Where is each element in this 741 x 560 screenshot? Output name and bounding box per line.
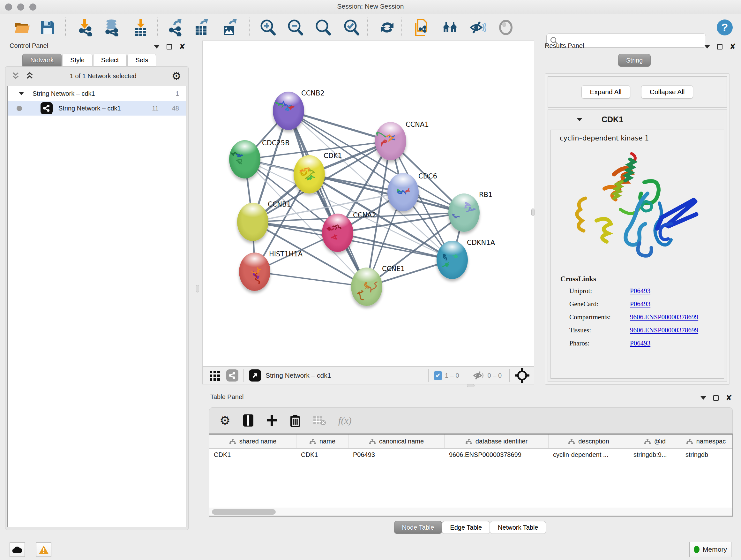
column-header-canonical-name[interactable]: canonical name: [348, 435, 445, 448]
network-share-icon[interactable]: [226, 369, 239, 381]
import-table-icon: [133, 18, 149, 37]
tab-string[interactable]: String: [618, 54, 651, 67]
column-header--id[interactable]: @id: [629, 435, 681, 448]
zoom-in-button[interactable]: [259, 19, 276, 36]
import-network-from-database-button[interactable]: [103, 19, 120, 36]
table-cell[interactable]: stringdb:9...: [629, 449, 681, 462]
bottom-splitter-handle[interactable]: [467, 384, 475, 387]
tab-style[interactable]: Style: [62, 54, 92, 66]
table-panel-menu-caret[interactable]: [700, 396, 706, 400]
expand-all-icon[interactable]: [25, 72, 35, 80]
tab-select[interactable]: Select: [93, 54, 127, 66]
left-splitter-handle[interactable]: [196, 285, 199, 293]
table-cell[interactable]: cyclin-dependent ...: [549, 449, 629, 462]
crosslink-value-link[interactable]: 9606.ENSP00000378699: [630, 326, 698, 334]
table-cell[interactable]: CDK1: [209, 449, 296, 462]
collapse-all-button[interactable]: Collapse All: [641, 85, 693, 99]
export-network-button[interactable]: [167, 19, 185, 36]
node-CDC6[interactable]: [387, 173, 419, 211]
table-panel-close-icon[interactable]: ✘: [726, 395, 732, 401]
expand-all-button[interactable]: Expand All: [582, 85, 630, 99]
zoom-fit-button[interactable]: [314, 19, 332, 36]
table-row[interactable]: CDK1CDK1P064939606.ENSP00000378699cyclin…: [209, 449, 732, 462]
collection-expand-caret[interactable]: [19, 92, 23, 95]
save-session-button[interactable]: [39, 19, 56, 36]
node-HIST1H1A[interactable]: [239, 253, 270, 291]
export-image-button[interactable]: [221, 19, 239, 36]
column-header-name[interactable]: name: [296, 435, 348, 448]
add-column-icon[interactable]: [266, 415, 278, 427]
column-type-icon: [369, 438, 376, 445]
node-CCNE1[interactable]: [351, 267, 382, 306]
node-CCNB2[interactable]: [273, 91, 304, 130]
table-options-gear-icon[interactable]: ⚙: [219, 414, 230, 428]
first-neighbors-button[interactable]: [442, 19, 459, 36]
tab-edge-table[interactable]: Edge Table: [442, 521, 490, 534]
cloud-services-button[interactable]: [10, 543, 25, 557]
protein-thumbnail: [273, 91, 304, 130]
node-RB1[interactable]: [448, 193, 480, 232]
import-table-button[interactable]: [132, 19, 149, 36]
network-options-gear-icon[interactable]: ⚙: [172, 70, 181, 82]
node-CCNB1[interactable]: [237, 203, 268, 241]
column-header-database-identifier[interactable]: database identifier: [445, 435, 549, 448]
clone-network-button[interactable]: [413, 19, 430, 36]
warnings-button[interactable]: [36, 543, 51, 557]
table-cell[interactable]: P06493: [348, 449, 445, 462]
hide-selected-button[interactable]: [469, 19, 486, 36]
scrollbar-thumb[interactable]: [212, 509, 276, 515]
table-cell[interactable]: CDK1: [296, 449, 348, 462]
control-panel-close-icon[interactable]: ✘: [179, 44, 185, 50]
selected-checkbox-icon[interactable]: ✔: [434, 371, 442, 380]
tab-network[interactable]: Network: [22, 54, 62, 66]
results-panel-menu-caret[interactable]: [704, 45, 710, 49]
navigator-crosshair-icon[interactable]: [515, 368, 529, 383]
table-panel-float-icon[interactable]: [713, 395, 719, 401]
network-canvas[interactable]: CCNB2CCNA1CDC25BCDK1CDC6RB1CCNB1CCNA2CDK…: [203, 41, 533, 365]
collapse-all-icon[interactable]: [11, 72, 21, 80]
table-horizontal-scrollbar[interactable]: [209, 508, 733, 516]
control-panel-body: 1 of 1 Network selected ⚙ String Network…: [5, 66, 189, 530]
export-table-button[interactable]: [193, 19, 211, 36]
results-panel-close-icon[interactable]: ✘: [730, 44, 736, 50]
network-row[interactable]: String Network – cdk1 11 48: [8, 101, 186, 116]
warning-icon: [38, 545, 49, 555]
memory-button[interactable]: Memory: [689, 542, 731, 557]
tab-node-table[interactable]: Node Table: [394, 521, 442, 534]
show-columns-icon[interactable]: [243, 414, 254, 427]
zoom-out-button[interactable]: [286, 19, 304, 36]
crosslink-value-link[interactable]: P06493: [630, 300, 650, 308]
crosslink-value-link[interactable]: P06493: [630, 287, 650, 295]
import-network-button[interactable]: [77, 19, 94, 36]
node-CCNA2[interactable]: [322, 213, 353, 252]
node-CCNA1[interactable]: [375, 122, 406, 160]
goto-network-icon[interactable]: [249, 369, 261, 381]
node-CDK1[interactable]: [293, 155, 325, 193]
right-splitter-handle[interactable]: [531, 208, 535, 216]
control-panel-menu-caret[interactable]: [154, 45, 159, 49]
column-header-description[interactable]: description: [549, 435, 629, 448]
help-button[interactable]: ?: [716, 19, 733, 36]
apply-layout-button[interactable]: [379, 19, 396, 36]
delete-column-icon[interactable]: [290, 414, 300, 427]
node-CDC25B[interactable]: [229, 140, 260, 179]
column-header-shared-name[interactable]: shared name: [209, 435, 296, 448]
results-panel-float-icon[interactable]: [717, 44, 723, 50]
crosslink-label: Compartments:: [569, 313, 630, 321]
crosslink-value-link[interactable]: P06493: [630, 339, 650, 348]
column-header-namespac[interactable]: namespac: [681, 435, 731, 448]
crosslink-value-link[interactable]: 9606.ENSP00000378699: [630, 313, 698, 321]
open-session-button[interactable]: [13, 19, 30, 36]
control-panel-float-icon[interactable]: [166, 44, 172, 50]
tab-network-table[interactable]: Network Table: [490, 521, 546, 534]
show-all-button[interactable]: [497, 19, 515, 36]
table-cell[interactable]: stringdb: [681, 449, 731, 462]
zoom-selected-button[interactable]: [343, 19, 360, 36]
node-result-collapse-caret[interactable]: [577, 118, 583, 121]
birdseye-grid-icon[interactable]: [209, 369, 221, 381]
tab-sets[interactable]: Sets: [127, 54, 156, 66]
network-collection-row[interactable]: String Network – cdk1 1: [8, 86, 186, 101]
table-cell[interactable]: 9606.ENSP00000378699: [445, 449, 549, 462]
network-view[interactable]: CCNB2CCNA1CDC25BCDK1CDC6RB1CCNB1CCNA2CDK…: [202, 41, 534, 367]
node-CDKN1A[interactable]: [436, 241, 468, 279]
